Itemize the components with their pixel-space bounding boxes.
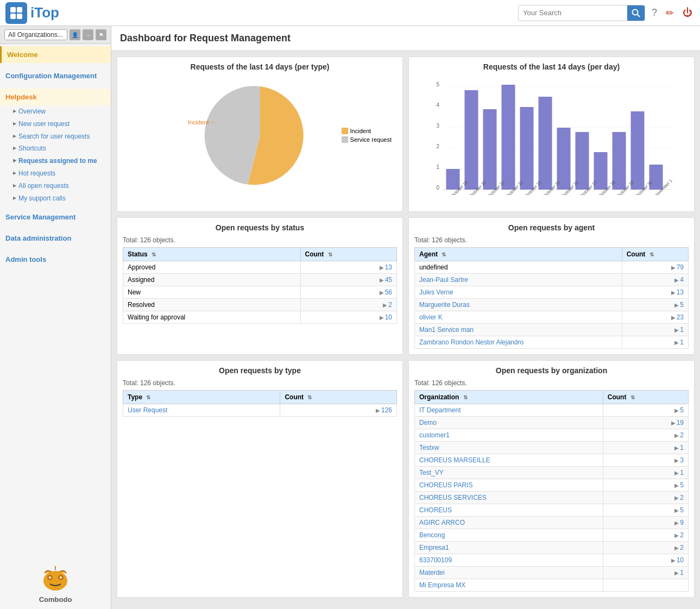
org-link[interactable]: Materdei	[419, 569, 445, 576]
agent-col-header[interactable]: Agent ⇅	[415, 248, 622, 261]
nav-config-mgmt[interactable]: Configuration Management	[0, 67, 111, 84]
type-count-col-header[interactable]: Count ⇅	[280, 391, 397, 404]
power-button[interactable]: ⏻	[680, 5, 695, 21]
count-link[interactable]: 5	[680, 481, 684, 489]
svg-text:0: 0	[437, 185, 440, 191]
nav-my-support-calls[interactable]: My support calls	[9, 192, 111, 205]
open-by-type-title: Open requests by type	[123, 366, 397, 375]
combodo-label: Combodo	[39, 595, 72, 604]
count-link[interactable]: 1	[680, 338, 684, 346]
count-link[interactable]: 23	[677, 313, 684, 321]
org-count-col-header[interactable]: Count ⇅	[603, 391, 688, 404]
pie-chart-title: Requests of the last 14 days (per type)	[123, 62, 397, 71]
count-col-header[interactable]: Count ⇅	[300, 248, 396, 261]
count-cell: ▶3	[603, 454, 688, 467]
help-button[interactable]: ?	[649, 5, 659, 21]
org-link[interactable]: customer1	[419, 431, 450, 439]
org-link[interactable]: Testxw	[419, 444, 439, 451]
count-link[interactable]: 45	[385, 276, 392, 284]
count-link[interactable]: 1	[680, 469, 684, 476]
type-link[interactable]: User Request	[128, 406, 167, 414]
agent-link[interactable]: Jean-Paul Sartre	[419, 276, 468, 284]
count-cell: ▶13	[300, 261, 396, 274]
nav-new-user-request[interactable]: New user request	[9, 118, 111, 130]
open-by-status-title: Open requests by status	[123, 223, 397, 232]
count-cell: ▶5	[603, 404, 688, 417]
nav-admin-tools[interactable]: Admin tools	[0, 251, 111, 268]
open-by-agent-title: Open requests by agent	[414, 223, 689, 232]
table-row: Empresa1▶2	[415, 542, 689, 554]
agent-link[interactable]: Jules Verne	[419, 288, 453, 296]
org-link[interactable]: IT Department	[419, 406, 461, 414]
type-col-header[interactable]: Type ⇅	[123, 391, 280, 404]
count-link[interactable]: 79	[677, 263, 684, 271]
count-link[interactable]: 1	[680, 326, 684, 334]
org-flag-icon[interactable]: ⚑	[96, 29, 106, 40]
count-link[interactable]: 5	[680, 406, 684, 414]
agent-link[interactable]: Zambrano Rondon Nestor Alejandro	[419, 338, 524, 346]
nav-data-admin[interactable]: Data administration	[0, 230, 111, 247]
count-link[interactable]: 2	[680, 431, 684, 439]
org-label[interactable]: All Organizations...	[4, 29, 67, 40]
search-button[interactable]	[627, 5, 645, 21]
org-link[interactable]: CHOREUS SERVICES	[419, 494, 487, 501]
count-link[interactable]: 19	[677, 419, 684, 426]
count-link[interactable]: 2	[388, 301, 392, 309]
count-link[interactable]: 9	[680, 519, 684, 526]
org-link[interactable]: Empresa1	[419, 544, 449, 551]
svg-rect-27	[520, 107, 534, 190]
count-link[interactable]: 10	[677, 556, 684, 564]
count-link[interactable]: 2	[680, 544, 684, 551]
agent-link[interactable]: Man1 Service man	[419, 326, 474, 334]
status-col-header[interactable]: Status ⇅	[123, 248, 301, 261]
nav-requests-assigned[interactable]: Requests assigned to me	[9, 155, 111, 167]
nav-helpdesk[interactable]: Helpdesk	[0, 89, 111, 105]
count-link[interactable]: 5	[680, 301, 684, 309]
count-link[interactable]: 1	[680, 444, 684, 451]
org-link[interactable]: Bencong	[419, 531, 445, 539]
nav-welcome[interactable]: Welcome	[0, 46, 111, 63]
count-link[interactable]: 4	[680, 276, 684, 284]
nav-service-mgmt[interactable]: Service Management	[0, 209, 111, 225]
count-cell: ▶2	[603, 542, 688, 554]
org-link[interactable]: CHOREUS MARSEILLE	[419, 456, 490, 464]
org-col-header[interactable]: Organization ⇅	[415, 391, 603, 404]
org-link[interactable]: 633700109	[419, 556, 452, 564]
search-input[interactable]	[519, 7, 627, 19]
org-arrow-icon[interactable]: →	[83, 29, 93, 40]
agent-count-col-header[interactable]: Count ⇅	[622, 248, 688, 261]
count-link[interactable]: 5	[680, 506, 684, 514]
count-cell: ▶45	[300, 274, 396, 286]
nav-hot-requests[interactable]: Hot requests	[9, 167, 111, 180]
org-link[interactable]: Demo	[419, 419, 437, 426]
table-row: Materdei▶1	[415, 567, 689, 579]
org-link[interactable]: CHOREUS	[419, 506, 452, 514]
count-link[interactable]: 56	[385, 288, 392, 296]
count-link[interactable]: 13	[385, 263, 392, 271]
agent-link[interactable]: Marguerite Duras	[419, 301, 470, 309]
search-box[interactable]	[518, 5, 645, 21]
count-link[interactable]: 126	[381, 406, 392, 414]
org-link[interactable]: AGIRC ARRCO	[419, 519, 465, 526]
count-link[interactable]: 13	[677, 288, 684, 296]
org-link[interactable]: Mi Empresa MX	[419, 581, 465, 589]
nav-overview[interactable]: Overview	[9, 105, 111, 118]
count-link[interactable]: 1	[680, 569, 684, 576]
count-link[interactable]: 3	[680, 456, 684, 464]
nav-shortcuts[interactable]: Shortcuts	[9, 142, 111, 155]
org-link[interactable]: CHOREUS PARIS	[419, 481, 472, 489]
count-link[interactable]: 2	[680, 531, 684, 539]
nav-search-user-requests[interactable]: Search for user requests	[9, 130, 111, 143]
svg-rect-33	[631, 111, 645, 190]
nav-helpdesk-sub: Overview New user request Search for use…	[0, 105, 111, 204]
agent-link[interactable]: olivier K	[419, 313, 443, 321]
nav-all-open-requests[interactable]: All open requests	[9, 180, 111, 192]
org-person-icon[interactable]: 👤	[70, 29, 80, 40]
nav-section-admin-tools: Admin tools	[0, 251, 111, 268]
count-link[interactable]: 10	[385, 313, 392, 321]
bar-chart-svg: 0 1 2 3 4 5	[414, 76, 689, 195]
org-cell: 633700109	[415, 554, 603, 567]
edit-button[interactable]: ✏	[664, 5, 676, 21]
count-link[interactable]: 2	[680, 494, 684, 501]
org-link[interactable]: Test_VY	[419, 469, 444, 476]
